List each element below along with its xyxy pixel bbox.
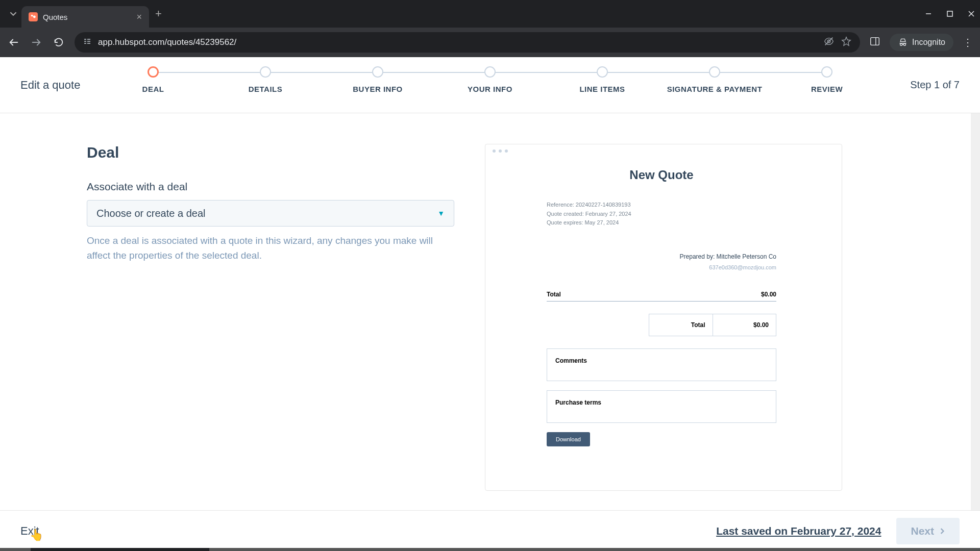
step-indicator: Step 1 of 7 (910, 79, 960, 91)
deal-select[interactable]: Choose or create a deal ▼ (87, 200, 454, 227)
step-label: LINE ITEMS (579, 85, 625, 93)
svg-rect-15 (871, 37, 879, 45)
svg-rect-12 (87, 43, 90, 44)
step-line-items[interactable]: LINE ITEMS (546, 66, 658, 93)
box-total-label: Total (649, 314, 713, 336)
preview-total-line: Total $0.00 (547, 291, 776, 302)
deal-form-panel: Deal Associate with a deal Choose or cre… (87, 144, 454, 537)
field-label: Associate with a deal (87, 181, 454, 193)
svg-point-1 (33, 16, 36, 18)
svg-rect-11 (84, 43, 86, 44)
step-review[interactable]: REVIEW (771, 66, 883, 93)
svg-rect-8 (87, 39, 90, 40)
window-controls (925, 10, 975, 17)
preview-email: 637e0d360@mozdjou.com (547, 264, 776, 270)
step-circle-icon (597, 66, 608, 78)
svg-point-17 (900, 43, 902, 45)
step-circle-icon (260, 66, 271, 78)
preview-window-dots (485, 144, 842, 158)
browser-menu-icon[interactable]: ⋮ (963, 36, 973, 48)
preview-scroll[interactable]: New Quote Reference: 20240227-140839193 … (485, 158, 842, 490)
hubspot-favicon (29, 12, 38, 21)
helper-text: Once a deal is associated with a quote i… (87, 234, 454, 263)
svg-rect-4 (947, 11, 952, 16)
svg-rect-10 (87, 41, 90, 42)
quote-preview-panel: New Quote Reference: 20240227-140839193 … (485, 144, 842, 491)
step-details[interactable]: DETAILS (209, 66, 322, 93)
step-signature-payment[interactable]: SIGNATURE & PAYMENT (658, 66, 771, 93)
step-circle-icon (372, 66, 383, 78)
preview-created: Quote created: February 27, 2024 (547, 210, 776, 219)
total-value: $0.00 (761, 291, 776, 298)
preview-download-button[interactable]: Download (547, 432, 590, 446)
browser-tab[interactable]: Quotes × (21, 6, 149, 28)
side-panel-icon[interactable] (869, 36, 880, 49)
step-circle-icon (484, 66, 496, 78)
svg-rect-7 (84, 39, 86, 40)
step-your-info[interactable]: YOUR INFO (434, 66, 546, 93)
step-circle-icon (148, 66, 159, 78)
close-window-button[interactable] (968, 10, 975, 17)
step-circle-icon (709, 66, 720, 78)
step-label: REVIEW (811, 85, 843, 93)
reload-button[interactable] (52, 37, 65, 48)
cursor-pointer-icon: 👆 (30, 529, 43, 542)
page-scrollbar[interactable] (971, 113, 980, 537)
preview-prepared-by: Prepared by: Mitchelle Peterson Co (547, 253, 776, 260)
preview-comments-box: Comments (547, 348, 776, 381)
url-text: app.hubspot.com/quotes/45239562/ (98, 37, 817, 47)
app-header: Edit a quote DEAL DETAILS BUYER INFO YOU… (0, 57, 980, 113)
tab-title: Quotes (43, 13, 131, 21)
section-title: Deal (87, 144, 454, 161)
terms-label: Purchase terms (555, 399, 601, 406)
chevron-down-icon: ▼ (437, 209, 445, 217)
select-placeholder: Choose or create a deal (96, 208, 205, 219)
preview-reference: Reference: 20240227-140839193 (547, 201, 776, 210)
step-label: SIGNATURE & PAYMENT (667, 85, 763, 93)
tab-search-dropdown[interactable] (5, 6, 21, 22)
next-button[interactable]: Next (896, 518, 960, 544)
maximize-button[interactable] (946, 10, 953, 17)
site-info-icon[interactable] (83, 37, 92, 48)
back-button[interactable] (7, 37, 20, 48)
new-tab-button[interactable]: + (155, 7, 162, 20)
browser-tab-strip: Quotes × + (0, 0, 980, 28)
svg-rect-9 (84, 41, 86, 42)
address-bar[interactable]: app.hubspot.com/quotes/45239562/ (75, 32, 860, 53)
total-label: Total (547, 291, 561, 298)
chevron-right-icon (939, 528, 945, 534)
box-total-value: $0.00 (713, 314, 776, 336)
step-deal[interactable]: DEAL (97, 66, 209, 93)
browser-toolbar: app.hubspot.com/quotes/45239562/ Incogni… (0, 28, 980, 57)
step-label: DETAILS (249, 85, 283, 93)
step-label: BUYER INFO (353, 85, 403, 93)
last-saved-link[interactable]: Last saved on February 27, 2024 (716, 525, 881, 537)
step-label: YOUR INFO (468, 85, 512, 93)
preview-terms-box: Purchase terms (547, 390, 776, 423)
main-content: Deal Associate with a deal Choose or cre… (0, 113, 980, 537)
page-title: Edit a quote (20, 79, 80, 92)
exit-button[interactable]: Exit 👆 (20, 524, 39, 538)
step-label: DEAL (142, 85, 164, 93)
incognito-badge[interactable]: Incognito (890, 34, 953, 51)
incognito-icon (898, 37, 908, 47)
bookmark-star-icon[interactable] (841, 36, 852, 49)
taskbar (0, 548, 980, 551)
close-tab-icon[interactable]: × (136, 12, 142, 22)
preview-expires: Quote expires: May 27, 2024 (547, 218, 776, 228)
minimize-button[interactable] (925, 10, 932, 17)
svg-point-18 (903, 43, 905, 45)
preview-meta: Reference: 20240227-140839193 Quote crea… (547, 201, 776, 228)
preview-total-box: Total $0.00 (649, 314, 776, 336)
eye-blocked-icon[interactable] (823, 36, 835, 49)
step-circle-icon (821, 66, 832, 78)
preview-title: New Quote (547, 168, 776, 182)
chevron-down-icon (10, 10, 17, 17)
wizard-stepper: DEAL DETAILS BUYER INFO YOUR INFO LINE I… (97, 66, 883, 93)
step-buyer-info[interactable]: BUYER INFO (322, 66, 434, 93)
comments-label: Comments (555, 357, 587, 364)
wizard-footer: Exit 👆 Last saved on February 27, 2024 N… (0, 510, 980, 551)
forward-button[interactable] (30, 37, 43, 48)
incognito-label: Incognito (912, 38, 945, 47)
